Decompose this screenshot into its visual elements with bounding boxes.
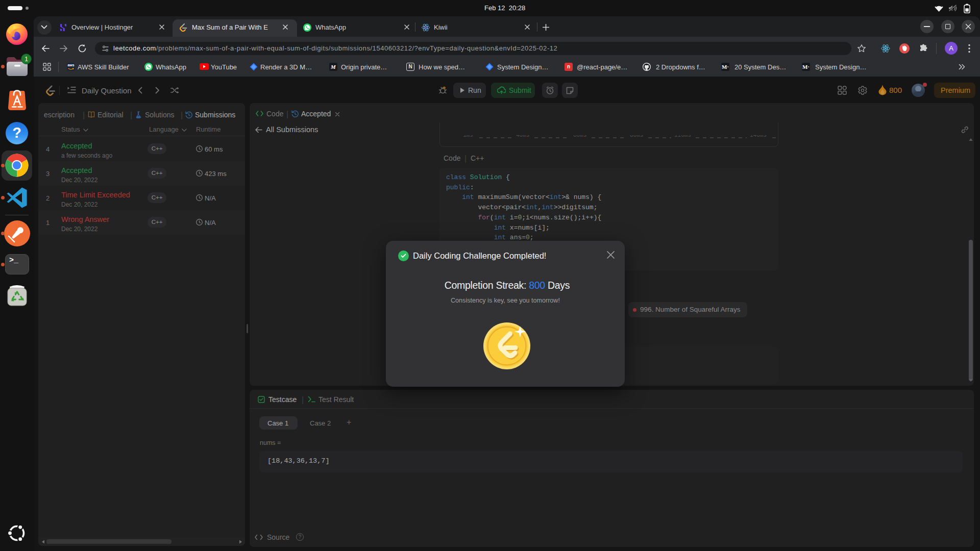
svg-text:?: ? [12,124,21,141]
